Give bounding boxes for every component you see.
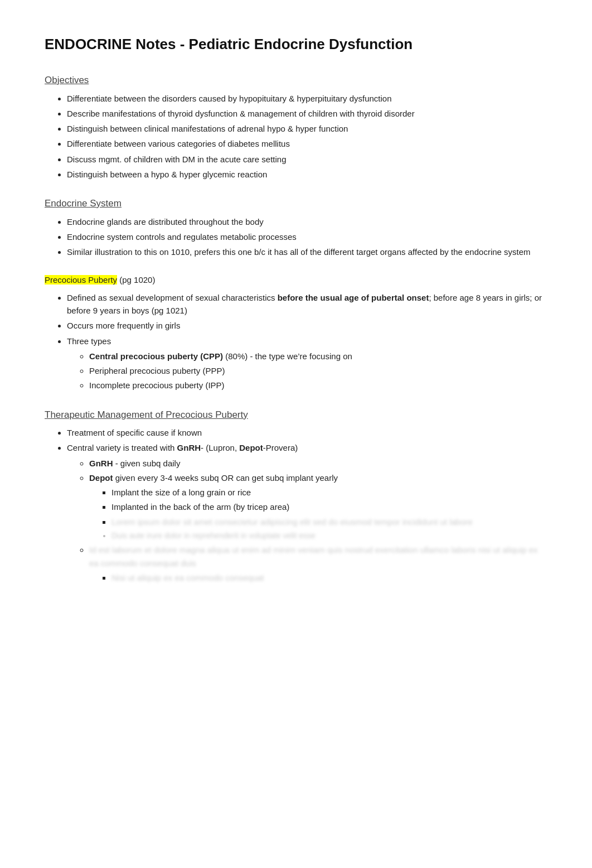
precocious-puberty-pg-ref: (pg 1020) xyxy=(119,275,155,284)
three-types-label: Three types xyxy=(67,336,111,346)
list-item: Incomplete precocious puberty (IPP) xyxy=(89,379,547,392)
cpp-after: (80%) - the type we’re focusing on xyxy=(223,351,352,361)
precocious-puberty-heading-line: Precocious Puberty (pg 1020) xyxy=(45,274,547,287)
gnrh-sub-bold: GnRH xyxy=(89,459,113,468)
list-item: Describe manifestations of thyroid dysfu… xyxy=(67,107,547,120)
list-item: Distinguish between a hypo & hyper glyce… xyxy=(67,168,547,181)
depot-sub-bold: Depot xyxy=(89,473,113,483)
three-types-list: Central precocious puberty (CPP) (80%) -… xyxy=(89,350,547,392)
list-item: Central variety is treated with GnRH- (L… xyxy=(67,441,547,584)
therapeutic-list: Treatment of specific cause if known Cen… xyxy=(67,426,547,584)
list-item: Distinguish between clinical manifestati… xyxy=(67,122,547,135)
list-item: Differentiate between various categories… xyxy=(67,137,547,150)
list-item: Id est laborum et dolore magna aliqua ut… xyxy=(89,543,547,584)
section-therapeutic-management: Therapeutic Management of Precocious Pub… xyxy=(45,408,547,585)
list-item: Treatment of specific cause if known xyxy=(67,426,547,439)
depot-sub-after: given every 3-4 weeks subq OR can get su… xyxy=(113,473,338,483)
list-item: Discuss mgmt. of children with DM in the… xyxy=(67,153,547,166)
central-text-after: -Provera) xyxy=(263,443,298,452)
list-item: Lorem ipsum dolor sit amet consectetur a… xyxy=(111,515,547,528)
blurred-sublist: Duis aute irure dolor in reprehenderit i… xyxy=(111,530,547,542)
section-precocious-puberty: Precocious Puberty (pg 1020) Defined as … xyxy=(45,274,547,392)
list-item: Similar illustration to this on 1010, pr… xyxy=(67,245,547,258)
objectives-list: Differentiate between the disorders caus… xyxy=(67,92,547,181)
cpp-bold: Central precocious puberty (CPP) xyxy=(89,351,223,361)
item-text-bold: before the usual age of pubertal onset xyxy=(278,293,429,302)
depot-details-list: Implant the size of a long grain or rice… xyxy=(111,486,547,528)
list-item: Endocrine glands are distributed through… xyxy=(67,215,547,228)
list-item: GnRH - given subq daily xyxy=(89,457,547,470)
central-text-middle: - (Lupron, xyxy=(201,443,239,452)
precocious-puberty-list: Defined as sexual development of sexual … xyxy=(67,291,547,392)
list-item: Endocrine system controls and regulates … xyxy=(67,230,547,243)
endocrine-system-list: Endocrine glands are distributed through… xyxy=(67,215,547,259)
therapeutic-management-heading: Therapeutic Management of Precocious Pub… xyxy=(45,408,547,422)
objectives-heading: Objectives xyxy=(45,73,547,88)
precocious-puberty-heading-highlighted: Precocious Puberty xyxy=(45,275,117,284)
list-item: Central precocious puberty (CPP) (80%) -… xyxy=(89,350,547,363)
gnrh-bold: GnRH xyxy=(177,443,201,452)
list-item: Three types Central precocious puberty (… xyxy=(67,335,547,392)
gnrh-list: GnRH - given subq daily Depot given ever… xyxy=(89,457,547,585)
blurred-sub-short-list: Nisi ut aliquip ex ea commodo consequat xyxy=(111,571,547,584)
list-item: Depot given every 3-4 weeks subq OR can … xyxy=(89,471,547,542)
endocrine-system-heading: Endocrine System xyxy=(45,196,547,211)
blurred-text-1: Lorem ipsum dolor sit amet consectetur a… xyxy=(111,517,473,527)
list-item: Nisi ut aliquip ex ea commodo consequat xyxy=(111,571,547,584)
list-item: Differentiate between the disorders caus… xyxy=(67,92,547,105)
list-item: Occurs more frequently in girls xyxy=(67,319,547,332)
section-endocrine-system: Endocrine System Endocrine glands are di… xyxy=(45,196,547,258)
gnrh-sub-after: - given subq daily xyxy=(113,459,181,468)
blurred-text-2: Duis aute irure dolor in reprehenderit i… xyxy=(111,531,316,540)
list-item: Peripheral precocious puberty (PPP) xyxy=(89,364,547,377)
blurred-sub-short: Nisi ut aliquip ex ea commodo consequat xyxy=(111,573,264,582)
item-text-before: Defined as sexual development of sexual … xyxy=(67,293,278,302)
list-item: Implanted in the back of the arm (by tri… xyxy=(111,500,547,513)
depot-bold: Depot xyxy=(239,443,263,452)
central-text-before: Central variety is treated with xyxy=(67,443,177,452)
blurred-sub-long: Id est laborum et dolore magna aliqua ut… xyxy=(89,545,538,567)
section-objectives: Objectives Differentiate between the dis… xyxy=(45,73,547,181)
page-title: ENDOCRINE Notes - Pediatric Endocrine Dy… xyxy=(45,33,547,55)
list-item: Implant the size of a long grain or rice xyxy=(111,486,547,499)
list-item: Duis aute irure dolor in reprehenderit i… xyxy=(111,530,547,542)
list-item: Defined as sexual development of sexual … xyxy=(67,291,547,317)
